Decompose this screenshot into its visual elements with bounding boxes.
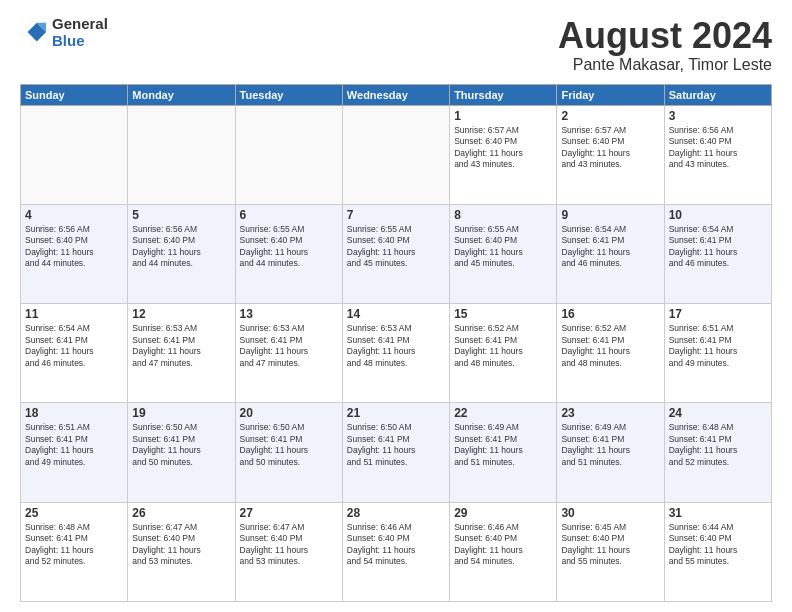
day-number: 1 bbox=[454, 109, 552, 123]
calendar-cell: 16Sunrise: 6:52 AM Sunset: 6:41 PM Dayli… bbox=[557, 304, 664, 403]
day-info: Sunrise: 6:46 AM Sunset: 6:40 PM Dayligh… bbox=[347, 522, 445, 568]
day-number: 2 bbox=[561, 109, 659, 123]
calendar-week-row: 4Sunrise: 6:56 AM Sunset: 6:40 PM Daylig… bbox=[21, 204, 772, 303]
day-number: 16 bbox=[561, 307, 659, 321]
day-number: 18 bbox=[25, 406, 123, 420]
day-info: Sunrise: 6:47 AM Sunset: 6:40 PM Dayligh… bbox=[240, 522, 338, 568]
logo-text: General Blue bbox=[52, 16, 108, 49]
calendar-cell: 3Sunrise: 6:56 AM Sunset: 6:40 PM Daylig… bbox=[664, 105, 771, 204]
day-number: 26 bbox=[132, 506, 230, 520]
day-number: 9 bbox=[561, 208, 659, 222]
calendar-cell: 24Sunrise: 6:48 AM Sunset: 6:41 PM Dayli… bbox=[664, 403, 771, 502]
calendar-cell: 22Sunrise: 6:49 AM Sunset: 6:41 PM Dayli… bbox=[450, 403, 557, 502]
day-number: 6 bbox=[240, 208, 338, 222]
day-info: Sunrise: 6:53 AM Sunset: 6:41 PM Dayligh… bbox=[240, 323, 338, 369]
calendar-week-row: 1Sunrise: 6:57 AM Sunset: 6:40 PM Daylig… bbox=[21, 105, 772, 204]
calendar-cell: 19Sunrise: 6:50 AM Sunset: 6:41 PM Dayli… bbox=[128, 403, 235, 502]
day-info: Sunrise: 6:56 AM Sunset: 6:40 PM Dayligh… bbox=[25, 224, 123, 270]
day-info: Sunrise: 6:51 AM Sunset: 6:41 PM Dayligh… bbox=[25, 422, 123, 468]
calendar-cell: 14Sunrise: 6:53 AM Sunset: 6:41 PM Dayli… bbox=[342, 304, 449, 403]
day-number: 29 bbox=[454, 506, 552, 520]
calendar-table: SundayMondayTuesdayWednesdayThursdayFrid… bbox=[20, 84, 772, 602]
month-title: August 2024 bbox=[558, 16, 772, 56]
day-info: Sunrise: 6:47 AM Sunset: 6:40 PM Dayligh… bbox=[132, 522, 230, 568]
day-info: Sunrise: 6:56 AM Sunset: 6:40 PM Dayligh… bbox=[669, 125, 767, 171]
day-info: Sunrise: 6:53 AM Sunset: 6:41 PM Dayligh… bbox=[347, 323, 445, 369]
day-number: 25 bbox=[25, 506, 123, 520]
calendar-cell: 28Sunrise: 6:46 AM Sunset: 6:40 PM Dayli… bbox=[342, 502, 449, 601]
calendar-cell: 7Sunrise: 6:55 AM Sunset: 6:40 PM Daylig… bbox=[342, 204, 449, 303]
calendar-header-sunday: Sunday bbox=[21, 84, 128, 105]
day-number: 5 bbox=[132, 208, 230, 222]
calendar-cell: 1Sunrise: 6:57 AM Sunset: 6:40 PM Daylig… bbox=[450, 105, 557, 204]
calendar-week-row: 18Sunrise: 6:51 AM Sunset: 6:41 PM Dayli… bbox=[21, 403, 772, 502]
calendar-header-thursday: Thursday bbox=[450, 84, 557, 105]
calendar-week-row: 11Sunrise: 6:54 AM Sunset: 6:41 PM Dayli… bbox=[21, 304, 772, 403]
day-number: 28 bbox=[347, 506, 445, 520]
calendar-cell: 17Sunrise: 6:51 AM Sunset: 6:41 PM Dayli… bbox=[664, 304, 771, 403]
day-info: Sunrise: 6:55 AM Sunset: 6:40 PM Dayligh… bbox=[454, 224, 552, 270]
logo-general-text: General bbox=[52, 16, 108, 33]
day-info: Sunrise: 6:50 AM Sunset: 6:41 PM Dayligh… bbox=[132, 422, 230, 468]
calendar-cell: 23Sunrise: 6:49 AM Sunset: 6:41 PM Dayli… bbox=[557, 403, 664, 502]
calendar-cell: 29Sunrise: 6:46 AM Sunset: 6:40 PM Dayli… bbox=[450, 502, 557, 601]
calendar-cell: 25Sunrise: 6:48 AM Sunset: 6:41 PM Dayli… bbox=[21, 502, 128, 601]
day-info: Sunrise: 6:44 AM Sunset: 6:40 PM Dayligh… bbox=[669, 522, 767, 568]
day-number: 27 bbox=[240, 506, 338, 520]
day-info: Sunrise: 6:49 AM Sunset: 6:41 PM Dayligh… bbox=[454, 422, 552, 468]
header: General Blue August 2024 Pante Makasar, … bbox=[20, 16, 772, 74]
day-number: 19 bbox=[132, 406, 230, 420]
calendar-cell: 9Sunrise: 6:54 AM Sunset: 6:41 PM Daylig… bbox=[557, 204, 664, 303]
day-number: 22 bbox=[454, 406, 552, 420]
day-number: 8 bbox=[454, 208, 552, 222]
calendar-cell: 18Sunrise: 6:51 AM Sunset: 6:41 PM Dayli… bbox=[21, 403, 128, 502]
day-info: Sunrise: 6:50 AM Sunset: 6:41 PM Dayligh… bbox=[240, 422, 338, 468]
day-info: Sunrise: 6:51 AM Sunset: 6:41 PM Dayligh… bbox=[669, 323, 767, 369]
calendar-header-tuesday: Tuesday bbox=[235, 84, 342, 105]
calendar-cell: 6Sunrise: 6:55 AM Sunset: 6:40 PM Daylig… bbox=[235, 204, 342, 303]
logo: General Blue bbox=[20, 16, 108, 49]
day-number: 30 bbox=[561, 506, 659, 520]
calendar-week-row: 25Sunrise: 6:48 AM Sunset: 6:41 PM Dayli… bbox=[21, 502, 772, 601]
calendar-cell: 20Sunrise: 6:50 AM Sunset: 6:41 PM Dayli… bbox=[235, 403, 342, 502]
calendar-cell bbox=[342, 105, 449, 204]
day-number: 20 bbox=[240, 406, 338, 420]
day-number: 10 bbox=[669, 208, 767, 222]
day-number: 31 bbox=[669, 506, 767, 520]
calendar-cell: 2Sunrise: 6:57 AM Sunset: 6:40 PM Daylig… bbox=[557, 105, 664, 204]
calendar-cell: 5Sunrise: 6:56 AM Sunset: 6:40 PM Daylig… bbox=[128, 204, 235, 303]
day-number: 21 bbox=[347, 406, 445, 420]
calendar-cell: 8Sunrise: 6:55 AM Sunset: 6:40 PM Daylig… bbox=[450, 204, 557, 303]
day-number: 15 bbox=[454, 307, 552, 321]
day-number: 7 bbox=[347, 208, 445, 222]
day-number: 4 bbox=[25, 208, 123, 222]
day-number: 23 bbox=[561, 406, 659, 420]
logo-icon bbox=[20, 19, 48, 47]
location-title: Pante Makasar, Timor Leste bbox=[558, 56, 772, 74]
calendar-cell bbox=[128, 105, 235, 204]
day-info: Sunrise: 6:50 AM Sunset: 6:41 PM Dayligh… bbox=[347, 422, 445, 468]
day-info: Sunrise: 6:53 AM Sunset: 6:41 PM Dayligh… bbox=[132, 323, 230, 369]
day-number: 13 bbox=[240, 307, 338, 321]
day-number: 11 bbox=[25, 307, 123, 321]
calendar-cell: 13Sunrise: 6:53 AM Sunset: 6:41 PM Dayli… bbox=[235, 304, 342, 403]
calendar-cell: 31Sunrise: 6:44 AM Sunset: 6:40 PM Dayli… bbox=[664, 502, 771, 601]
calendar-cell: 12Sunrise: 6:53 AM Sunset: 6:41 PM Dayli… bbox=[128, 304, 235, 403]
day-info: Sunrise: 6:52 AM Sunset: 6:41 PM Dayligh… bbox=[561, 323, 659, 369]
day-number: 24 bbox=[669, 406, 767, 420]
page: General Blue August 2024 Pante Makasar, … bbox=[0, 0, 792, 612]
day-info: Sunrise: 6:54 AM Sunset: 6:41 PM Dayligh… bbox=[25, 323, 123, 369]
calendar-header-saturday: Saturday bbox=[664, 84, 771, 105]
calendar-cell: 10Sunrise: 6:54 AM Sunset: 6:41 PM Dayli… bbox=[664, 204, 771, 303]
day-info: Sunrise: 6:56 AM Sunset: 6:40 PM Dayligh… bbox=[132, 224, 230, 270]
day-info: Sunrise: 6:46 AM Sunset: 6:40 PM Dayligh… bbox=[454, 522, 552, 568]
logo-blue-text: Blue bbox=[52, 33, 108, 50]
calendar-header-monday: Monday bbox=[128, 84, 235, 105]
day-number: 12 bbox=[132, 307, 230, 321]
day-info: Sunrise: 6:52 AM Sunset: 6:41 PM Dayligh… bbox=[454, 323, 552, 369]
calendar-header-wednesday: Wednesday bbox=[342, 84, 449, 105]
day-number: 17 bbox=[669, 307, 767, 321]
title-block: August 2024 Pante Makasar, Timor Leste bbox=[558, 16, 772, 74]
day-info: Sunrise: 6:57 AM Sunset: 6:40 PM Dayligh… bbox=[561, 125, 659, 171]
calendar-cell: 21Sunrise: 6:50 AM Sunset: 6:41 PM Dayli… bbox=[342, 403, 449, 502]
